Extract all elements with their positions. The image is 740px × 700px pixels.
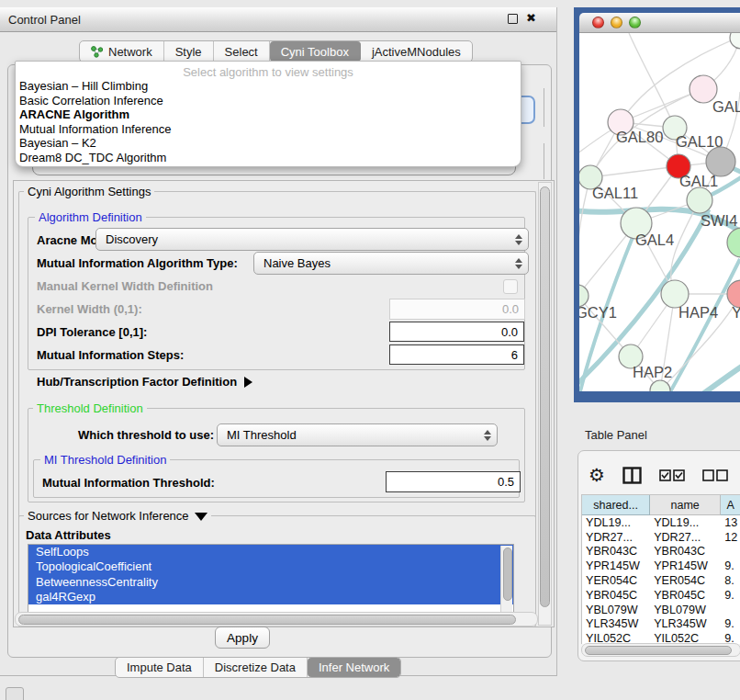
table-row[interactable]: YLR345WYLR345W9.	[582, 617, 740, 632]
control-panel-titlebar: Control Panel ✖	[0, 7, 556, 32]
table-row[interactable]: YDL19...YDL19...13	[582, 515, 740, 530]
mi-threshold-label: Mutual Information Threshold:	[42, 476, 215, 490]
tab-label: Select	[225, 45, 258, 59]
node-table[interactable]: shared...nameA YDL19...YDL19...13YDR27..…	[581, 494, 740, 644]
dpi-tolerance-field[interactable]: 0.0	[389, 322, 524, 342]
mi-threshold-group-title: MI Threshold Definition	[40, 453, 170, 467]
column-header-name[interactable]: name	[650, 495, 721, 515]
algorithm-option[interactable]: ARACNE Algorithm	[16, 107, 521, 122]
column-header-shared-[interactable]: shared...	[582, 495, 650, 515]
bottom-tab-impute-data[interactable]: Impute Data	[116, 658, 204, 677]
network-edge[interactable]	[629, 33, 675, 128]
bottom-tab-infer-network[interactable]: Infer Network	[308, 658, 400, 677]
table-row[interactable]: YER054CYER054C8.	[582, 573, 740, 588]
algorithm-option[interactable]: Dream8 DC_TDC Algorithm	[16, 151, 521, 165]
settings-vertical-scrollbar[interactable]	[538, 182, 552, 626]
split-columns-icon[interactable]	[622, 467, 642, 484]
minimize-traffic-light[interactable]	[611, 17, 622, 28]
table-row[interactable]: YIL052CYIL052C9.	[582, 631, 740, 644]
tab-network[interactable]: Network	[80, 41, 164, 62]
collapsed-panel-handle[interactable]	[6, 687, 24, 700]
mi-steps-field[interactable]: 6	[389, 344, 524, 365]
table-cell: 9.	[721, 589, 740, 602]
algorithm-dropdown-list: Bayesian – Hill ClimbingBasic Correlatio…	[16, 79, 521, 165]
tab-cyni-toolbox[interactable]: Cyni Toolbox	[270, 41, 361, 62]
attributes-scrollbar-thumb[interactable]	[503, 548, 512, 601]
hub-factor-expander[interactable]: Hub/Transcription Factor Definition	[37, 375, 252, 389]
network-node[interactable]	[727, 228, 740, 257]
network-node-swi4[interactable]	[687, 187, 712, 213]
attribute-item-selected[interactable]: TopologicalCoefficient	[28, 559, 513, 574]
apply-button[interactable]: Apply	[215, 627, 270, 649]
network-edge[interactable]	[590, 166, 678, 177]
settings-horizontal-scrollbar-thumb[interactable]	[18, 615, 516, 625]
dpi-tolerance-value: 0.0	[501, 325, 518, 339]
table-cell: YDR27...	[582, 531, 650, 544]
table-cell: YLR345W	[582, 617, 650, 630]
close-traffic-light[interactable]	[592, 17, 604, 28]
mi-threshold-field[interactable]: 0.5	[386, 471, 521, 492]
sources-group-title[interactable]: Sources for Network Inference	[24, 509, 211, 523]
network-window-titlebar[interactable]	[579, 13, 740, 33]
table-cell: YBR045C	[582, 589, 650, 602]
table-horizontal-scrollbar[interactable]	[581, 643, 740, 657]
network-node[interactable]	[730, 33, 740, 49]
attributes-scrollbar[interactable]	[500, 546, 512, 612]
algorithm-option[interactable]: Bayesian – K2	[16, 136, 521, 151]
tab-jactivemnodules[interactable]: jActiveMNodules	[361, 41, 472, 62]
attribute-item-selected[interactable]: BetweennessCentrality	[28, 575, 513, 590]
node-label: HAP2	[633, 364, 672, 380]
tab-label: Network	[108, 45, 152, 59]
kernel-width-field[interactable]: 0.0	[389, 299, 525, 320]
sources-title-label: Sources for Network Inference	[28, 509, 189, 523]
table-cell: YBR043C	[650, 545, 721, 558]
algorithm-option[interactable]: Mutual Information Inference	[16, 122, 521, 137]
table-row[interactable]: YBL079WYBL079W	[582, 603, 740, 617]
table-row[interactable]: YPR145WYPR145W9.	[582, 559, 740, 573]
table-cell: YER054C	[582, 574, 650, 587]
table-row[interactable]: YBR045CYBR045C9.	[582, 588, 740, 603]
manual-kernel-width-checkbox[interactable]	[503, 279, 518, 294]
algorithm-option[interactable]: Basic Correlation Inference	[16, 94, 521, 108]
table-horizontal-scrollbar-thumb[interactable]	[585, 646, 732, 655]
tab-select[interactable]: Select	[214, 41, 270, 62]
zoom-traffic-light[interactable]	[629, 17, 641, 28]
attribute-item-selected[interactable]: gal4RGexp	[28, 590, 513, 604]
column-header-a[interactable]: A	[721, 495, 740, 515]
tab-style[interactable]: Style	[164, 41, 214, 62]
attribute-item-selected[interactable]: SelfLoops	[28, 545, 513, 559]
data-attributes-label: Data Attributes	[26, 528, 111, 542]
which-threshold-combo[interactable]: MI Threshold	[217, 423, 498, 446]
network-edge[interactable]	[579, 177, 590, 296]
mi-algorithm-type-combo[interactable]: Naive Bayes	[253, 252, 529, 275]
aracne-mode-combo[interactable]: Discovery	[95, 228, 529, 251]
kernel-width-label: Kernel Width (0,1):	[37, 302, 142, 316]
network-edge[interactable]	[701, 364, 740, 391]
bottom-tab-label: Infer Network	[319, 660, 389, 674]
mi-steps-value: 6	[511, 348, 518, 362]
algorithm-option[interactable]: Bayesian – Hill Climbing	[16, 79, 521, 94]
table-cell: YDR27...	[650, 531, 721, 544]
float-window-icon[interactable]	[508, 14, 518, 24]
stepper-arrows-icon	[515, 253, 522, 274]
table-row[interactable]: YDR27...YDR27...12	[582, 530, 740, 545]
table-cell: YER054C	[650, 574, 721, 587]
deselect-all-checkboxes-icon[interactable]	[702, 469, 728, 481]
table-cell: 9.	[721, 617, 740, 630]
data-attributes-list[interactable]: SelfLoopsTopologicalCoefficientBetweenne…	[28, 544, 514, 614]
node-label: SWI4	[701, 212, 737, 229]
mi-threshold-value: 0.5	[498, 475, 514, 489]
collapse-down-icon	[195, 513, 207, 521]
select-all-checkboxes-icon[interactable]	[659, 469, 685, 481]
bottom-tab-discretize-data[interactable]: Discretize Data	[204, 658, 308, 677]
close-icon[interactable]: ✖	[526, 13, 536, 24]
settings-vertical-scrollbar-thumb[interactable]	[540, 186, 550, 607]
dpi-tolerance-label: DPI Tolerance [0,1]:	[37, 325, 147, 339]
mi-algorithm-type-label: Mutual Information Algorithm Type:	[37, 256, 238, 270]
gear-icon[interactable]: ⚙	[589, 466, 605, 484]
settings-horizontal-scrollbar[interactable]	[15, 612, 538, 627]
table-row[interactable]: YBR043CYBR043C	[582, 545, 740, 559]
network-edge[interactable]	[668, 259, 740, 391]
table-cell: YDL19...	[582, 516, 650, 529]
network-canvas[interactable]: GAL7GAL80GAL10GAL1GAL11SWI4GAL4GCY1HAP4Y…	[579, 33, 740, 391]
